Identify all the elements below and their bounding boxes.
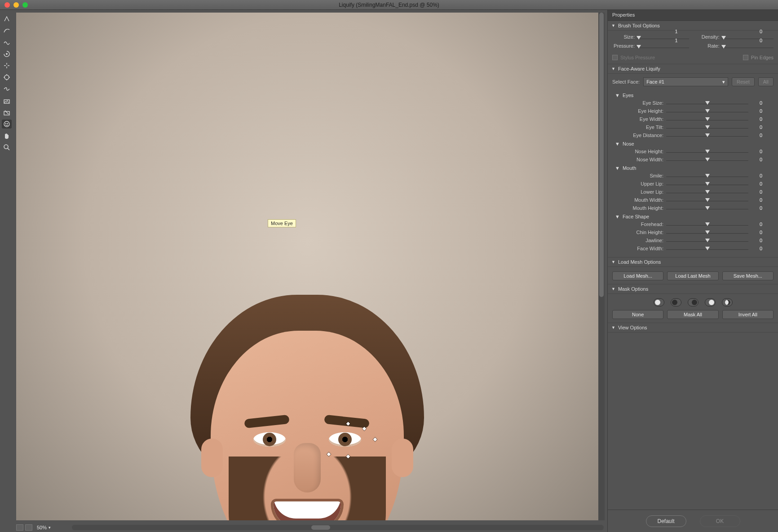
eye-width-value[interactable]: 0 [748, 116, 774, 122]
eye-distance-value[interactable]: 0 [748, 133, 774, 138]
size-label: Size: [612, 34, 637, 40]
zoom-display[interactable]: 50%▾ [37, 525, 51, 530]
select-face-dropdown[interactable]: Face #1▾ [643, 77, 728, 86]
jawline-slider[interactable] [666, 237, 748, 244]
view-mode-button-1[interactable] [16, 524, 23, 531]
eye-size-label: Eye Size: [612, 100, 666, 106]
svg-point-6 [7, 123, 8, 124]
eye-size-slider[interactable] [666, 100, 748, 106]
subsection-eyes[interactable]: ▼Eyes [615, 93, 774, 98]
nose-height-slider[interactable] [666, 148, 748, 155]
mouth-height-slider[interactable] [666, 205, 748, 211]
view-mode-button-2[interactable] [25, 524, 32, 531]
upper-lip-label: Upper Lip: [612, 181, 666, 186]
mask-mode-invert-icon[interactable] [722, 298, 733, 306]
density-value[interactable]: 0 [748, 29, 774, 34]
eye-width-slider[interactable] [666, 116, 748, 122]
mask-mode-replace-icon[interactable] [654, 298, 664, 306]
face-width-slider[interactable] [666, 245, 748, 252]
properties-panel: Properties ▼Brush Tool Options Size: 1 D… [607, 10, 778, 532]
size-value[interactable]: 1 [664, 29, 689, 34]
eye-tilt-slider[interactable] [666, 124, 748, 130]
mask-mode-add-icon[interactable] [671, 298, 681, 306]
lower-lip-slider[interactable] [666, 189, 748, 195]
forehead-slider[interactable] [666, 221, 748, 227]
chin-height-slider[interactable] [666, 229, 748, 235]
window-title: Liquify (SmilingManFAL_End.psd @ 50%) [0, 2, 778, 8]
eye-tilt-value[interactable]: 0 [748, 124, 774, 130]
zoom-tool[interactable] [2, 143, 12, 152]
subsection-nose[interactable]: ▼Nose [615, 141, 774, 146]
save-mesh-button[interactable]: Save Mesh... [722, 271, 774, 280]
face-width-value[interactable]: 0 [748, 246, 774, 251]
load-mesh-button[interactable]: Load Mesh... [612, 271, 663, 280]
section-view-options[interactable]: ▼View Options [608, 323, 778, 332]
smile-value[interactable]: 0 [748, 173, 774, 178]
chin-height-value[interactable]: 0 [748, 230, 774, 235]
mouth-width-value[interactable]: 0 [748, 197, 774, 203]
horizontal-scrollbar[interactable] [72, 525, 604, 530]
eye-width-label: Eye Width: [612, 116, 666, 122]
svg-point-5 [5, 123, 6, 124]
reconstruct-tool[interactable] [2, 26, 12, 35]
nose-width-slider[interactable] [666, 156, 748, 163]
density-slider[interactable] [721, 36, 726, 40]
freeze-mask-tool[interactable] [2, 96, 12, 105]
rate-slider[interactable] [721, 45, 726, 49]
pressure-value[interactable]: 1 [664, 38, 689, 43]
push-left-tool[interactable] [2, 84, 12, 93]
bloat-tool[interactable] [2, 73, 12, 82]
nose-width-value[interactable]: 0 [748, 157, 774, 162]
image-canvas[interactable]: Move Eye [16, 13, 605, 520]
eye-height-slider[interactable] [666, 108, 748, 114]
mouth-height-label: Mouth Height: [612, 205, 666, 211]
rate-value[interactable]: 0 [748, 38, 774, 43]
vertical-scrollbar[interactable] [598, 13, 605, 520]
hand-tool[interactable] [2, 131, 12, 140]
pressure-label: Pressure: [612, 43, 637, 49]
eye-height-value[interactable]: 0 [748, 108, 774, 114]
subsection-face-shape[interactable]: ▼Face Shape [615, 214, 774, 219]
section-face-aware-liquify[interactable]: ▼Face-Aware Liquify [608, 64, 778, 74]
mouth-height-value[interactable]: 0 [748, 205, 774, 211]
twirl-tool[interactable] [2, 49, 12, 58]
forward-warp-tool[interactable] [2, 14, 12, 23]
select-face-label: Select Face: [612, 79, 640, 84]
rate-label: Rate: [697, 43, 721, 49]
section-mask-options[interactable]: ▼Mask Options [608, 284, 778, 294]
titlebar: Liquify (SmilingManFAL_End.psd @ 50%) [0, 0, 778, 10]
thaw-mask-tool[interactable] [2, 108, 12, 117]
load-last-mesh-button[interactable]: Load Last Mesh [667, 271, 718, 280]
section-load-mesh-options[interactable]: ▼Load Mesh Options [608, 257, 778, 267]
mask-mode-subtract-icon[interactable] [688, 298, 698, 306]
nose-height-value[interactable]: 0 [748, 149, 774, 154]
jawline-value[interactable]: 0 [748, 238, 774, 243]
all-face-button[interactable]: All [758, 77, 774, 86]
mask-invert-all-button[interactable]: Invert All [722, 310, 774, 319]
smile-slider[interactable] [666, 173, 748, 179]
smooth-tool[interactable] [2, 38, 12, 47]
mouth-width-slider[interactable] [666, 197, 748, 203]
canvas-statusbar: 50%▾ [13, 523, 607, 532]
upper-lip-value[interactable]: 0 [748, 181, 774, 186]
subsection-mouth[interactable]: ▼Mouth [615, 165, 774, 171]
lower-lip-value[interactable]: 0 [748, 189, 774, 195]
pucker-tool[interactable] [2, 61, 12, 70]
eye-size-value[interactable]: 0 [748, 100, 774, 106]
pressure-slider[interactable] [637, 45, 641, 49]
mask-none-button[interactable]: None [612, 310, 663, 319]
ok-button[interactable]: OK [700, 515, 740, 527]
size-slider[interactable] [637, 36, 641, 40]
reset-face-button[interactable]: Reset [732, 77, 755, 86]
mask-mode-intersect-icon[interactable] [705, 298, 716, 306]
default-button[interactable]: Default [646, 515, 686, 527]
eye-distance-slider[interactable] [666, 132, 748, 138]
eye-adjust-handles[interactable] [320, 422, 374, 458]
face-width-label: Face Width: [612, 246, 666, 251]
face-tool[interactable] [2, 120, 12, 129]
mask-all-button[interactable]: Mask All [667, 310, 718, 319]
forehead-value[interactable]: 0 [748, 222, 774, 227]
pin-edges-checkbox[interactable] [743, 55, 748, 60]
upper-lip-slider[interactable] [666, 181, 748, 187]
lower-lip-label: Lower Lip: [612, 189, 666, 195]
